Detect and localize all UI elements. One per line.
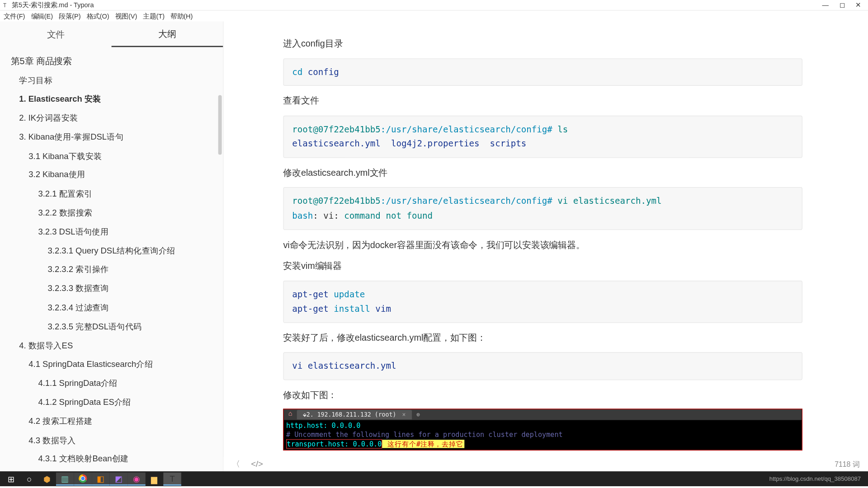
tab-files[interactable]: 文件 <box>0 23 112 46</box>
outline-item[interactable]: 4.3.1 文档映射Bean创建 <box>0 450 223 469</box>
windows-taskbar: ⊞ ○ ⬢ ▥ ◧ ◩ ◉ ▆ T https://blog.csdn.net/… <box>0 471 868 486</box>
minimize-button[interactable]: — <box>822 1 829 9</box>
code-block: cd config <box>283 58 802 86</box>
paragraph: vi命令无法识别，因为docker容器里面没有该命令，我们可以安装该编辑器。 <box>283 237 802 252</box>
outline-item[interactable]: 3. Kibana使用-掌握DSL语句 <box>0 128 223 147</box>
close-button[interactable]: ✕ <box>855 1 861 9</box>
menu-view[interactable]: 视图(V) <box>115 12 137 21</box>
taskbar-app[interactable]: ◧ <box>92 472 110 485</box>
outline-item[interactable]: 3.1 Kibana下载安装 <box>0 147 223 166</box>
outline-item[interactable]: 3.2.3 DSL语句使用 <box>0 223 223 242</box>
paragraph: 安装vim编辑器 <box>283 258 802 273</box>
outline-item[interactable]: 4.1.2 SpringData ES介绍 <box>0 393 223 412</box>
status-bar: 〈 </> 7118 词 <box>224 457 868 471</box>
outline-scrollbar[interactable] <box>218 95 222 155</box>
word-count[interactable]: 7118 词 <box>835 459 859 469</box>
taskbar-app[interactable]: ▥ <box>56 472 74 485</box>
code-block: apt-get update apt-get install vim <box>283 281 802 323</box>
outline-item[interactable]: 3.2.3.4 过滤查询 <box>0 299 223 318</box>
outline-tree: 第5章 商品搜索学习目标1. Elasticsearch 安装2. IK分词器安… <box>0 47 223 471</box>
app-icon: T <box>1 1 9 9</box>
taskbar-app[interactable]: ⬢ <box>38 472 56 485</box>
source-mode-icon[interactable]: </> <box>251 459 263 469</box>
paragraph: 进入config目录 <box>283 36 802 51</box>
taskbar-app[interactable]: ◉ <box>127 472 146 485</box>
cortana-icon[interactable]: ○ <box>20 472 38 485</box>
paragraph: 安装好了后，修改elasticsearch.yml配置，如下图： <box>283 330 802 346</box>
paragraph: 查看文件 <box>283 93 802 108</box>
menu-bar: 文件(F) 编辑(E) 段落(P) 格式(O) 视图(V) 主题(T) 帮助(H… <box>0 11 868 22</box>
outline-item[interactable]: 3.2.3.5 完整DSL语句代码 <box>0 318 223 337</box>
outline-item[interactable]: 学习目标 <box>0 71 223 90</box>
tab-outline[interactable]: 大纲 <box>112 22 223 47</box>
code-block: root@07f22eb41bb5:/usr/share/elasticsear… <box>283 188 802 230</box>
paragraph: 修改如下图： <box>283 387 802 403</box>
outline-item[interactable]: 4.3 数据导入 <box>0 431 223 450</box>
menu-file[interactable]: 文件(F) <box>4 12 25 21</box>
outline-item[interactable]: 4.1.1 SpringData介绍 <box>0 374 223 393</box>
sidebar: 文件 大纲 第5章 商品搜索学习目标1. Elasticsearch 安装2. … <box>0 21 224 471</box>
taskbar-typora[interactable]: T <box>163 472 181 485</box>
sidebar-toggle-icon[interactable]: 〈 <box>232 459 240 469</box>
code-block: vi elasticsearch.yml <box>283 352 802 380</box>
outline-item[interactable]: 4. 数据导入ES <box>0 337 223 356</box>
menu-paragraph[interactable]: 段落(P) <box>59 12 80 21</box>
outline-item[interactable]: 1. Elasticsearch 安装 <box>0 90 223 109</box>
editor-content[interactable]: 进入config目录 cd config 查看文件 root@07f22eb41… <box>224 21 868 471</box>
start-button[interactable]: ⊞ <box>2 472 20 485</box>
taskbar-chrome[interactable] <box>74 472 92 485</box>
menu-help[interactable]: 帮助(H) <box>170 12 193 21</box>
maximize-button[interactable]: ◻ <box>840 1 845 9</box>
terminal-add-tab: ⊕ <box>412 409 425 419</box>
menu-edit[interactable]: 编辑(E) <box>31 12 53 21</box>
window-title: 第5天-索引搜索.md - Typora <box>12 0 822 9</box>
outline-item[interactable]: 3.2 Kibana使用 <box>0 166 223 185</box>
taskbar-app[interactable]: ◩ <box>110 472 128 485</box>
terminal-tab: ⬙ 2. 192.168.211.132 (root)× <box>297 410 412 419</box>
outline-item[interactable]: 第5章 商品搜索 <box>0 51 223 71</box>
menu-format[interactable]: 格式(O) <box>87 12 109 21</box>
outline-item[interactable]: 4.1 SpringData Elasticsearch介绍 <box>0 356 223 375</box>
terminal-screenshot: ⌂ ⬙ 2. 192.168.211.132 (root)× ⊕ http.ho… <box>283 408 802 450</box>
paragraph: 修改elasticsearch.yml文件 <box>283 165 802 180</box>
window-titlebar: T 第5天-索引搜索.md - Typora — ◻ ✕ <box>0 0 868 11</box>
outline-item[interactable]: 3.2.3.1 Query DSL结构化查询介绍 <box>0 242 223 261</box>
outline-item[interactable]: 4.2 搜索工程搭建 <box>0 412 223 431</box>
menu-theme[interactable]: 主题(T) <box>143 12 165 21</box>
outline-item[interactable]: 2. IK分词器安装 <box>0 109 223 128</box>
terminal-home-icon: ⌂ <box>284 409 297 420</box>
outline-item[interactable]: 3.2.1 配置索引 <box>0 185 223 204</box>
taskbar-explorer[interactable]: ▆ <box>146 472 164 485</box>
outline-item[interactable]: 3.2.3.3 数据查询 <box>0 280 223 299</box>
code-block: root@07f22eb41bb5:/usr/share/elasticsear… <box>283 115 802 158</box>
watermark-text: https://blog.csdn.net/qq_38508087 <box>769 475 866 482</box>
outline-item[interactable]: 3.2.3.2 索引操作 <box>0 261 223 280</box>
outline-item[interactable]: 3.2.2 数据搜索 <box>0 204 223 223</box>
